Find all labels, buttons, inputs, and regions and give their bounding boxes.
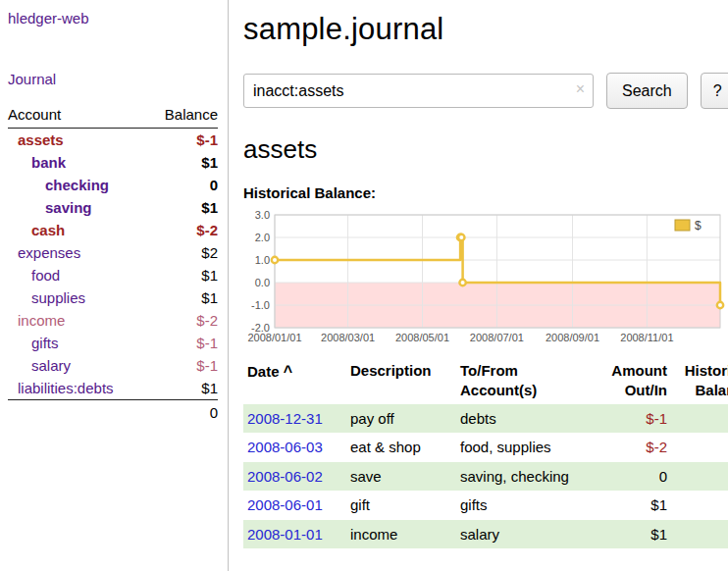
- search-field-wrap: ×: [243, 74, 594, 108]
- svg-text:1.0: 1.0: [255, 254, 270, 266]
- account-link-expenses[interactable]: expenses: [18, 244, 80, 261]
- register-description: save: [346, 462, 456, 492]
- register-date-link[interactable]: 2008-06-01: [247, 496, 323, 513]
- svg-text:0.0: 0.0: [255, 277, 270, 288]
- accounts-header-row: Account Balance: [8, 104, 218, 129]
- register-accounts: food, supplies: [456, 433, 580, 462]
- account-row: gifts$-1: [8, 332, 218, 354]
- account-link-gifts[interactable]: gifts: [31, 335, 59, 351]
- register-balance: 0: [671, 433, 728, 462]
- account-link-saving[interactable]: saving: [45, 199, 92, 216]
- register-header-row: Date ^ Description To/From Account(s) Am…: [243, 358, 728, 404]
- register-row: 2008-12-31pay offdebts$-1$-1: [243, 404, 728, 434]
- account-balance: $1: [147, 264, 218, 286]
- register-date-link[interactable]: 2008-06-02: [247, 468, 323, 485]
- register-balance: $2: [671, 462, 728, 492]
- svg-text:2008/09/01: 2008/09/01: [546, 332, 599, 343]
- register-amount: 0: [580, 462, 671, 492]
- account-link-cash[interactable]: cash: [31, 222, 65, 238]
- register-row: 2008-06-01giftgifts$1$2: [243, 491, 728, 520]
- account-heading: assets: [243, 134, 722, 165]
- register-amount: $1: [580, 520, 671, 549]
- svg-text:3.0: 3.0: [255, 209, 270, 221]
- account-balance: 0: [147, 174, 218, 196]
- sidebar: hledger-web Journal Account Balance asse…: [0, 0, 229, 571]
- main-content: sample.journal × Search ? assets Histori…: [230, 0, 728, 548]
- register-table: Date ^ Description To/From Account(s) Am…: [243, 358, 728, 548]
- register-header-date-label: Date: [247, 363, 280, 380]
- svg-text:2008/01/01: 2008/01/01: [247, 332, 301, 343]
- sort-asc-icon: ^: [284, 363, 292, 380]
- app-window: hledger-web Journal Account Balance asse…: [0, 0, 728, 571]
- account-balance: $1: [147, 377, 218, 400]
- register-header-amount: Amount Out/In: [580, 358, 671, 404]
- register-accounts: salary: [456, 520, 580, 549]
- svg-text:2008/05/01: 2008/05/01: [395, 332, 449, 343]
- chart-title: Historical Balance:: [243, 184, 722, 201]
- account-balance: $-1: [147, 332, 218, 354]
- register-date-link[interactable]: 2008-06-03: [247, 439, 323, 455]
- register-balance: $-1: [671, 404, 728, 434]
- account-balance: $2: [147, 241, 218, 264]
- svg-text:2008/11/01: 2008/11/01: [620, 332, 673, 343]
- account-link-salary[interactable]: salary: [31, 357, 71, 374]
- app-title-link[interactable]: hledger-web: [8, 10, 89, 26]
- register-header-date[interactable]: Date ^: [243, 358, 346, 404]
- account-link-bank[interactable]: bank: [31, 154, 66, 171]
- register-balance: $1: [671, 520, 728, 549]
- register-amount: $1: [580, 491, 671, 520]
- account-row: expenses$2: [8, 241, 218, 264]
- register-date-link[interactable]: 2008-01-01: [247, 526, 323, 543]
- svg-text:-1.0: -1.0: [251, 299, 270, 311]
- search-input[interactable]: [243, 74, 594, 108]
- account-balance: $-1: [147, 129, 218, 152]
- nav-journal-link[interactable]: Journal: [8, 71, 56, 87]
- register-row: 2008-06-02savesaving, checking0$2: [243, 462, 728, 492]
- register-date-link[interactable]: 2008-12-31: [247, 410, 323, 427]
- account-balance: $1: [147, 151, 218, 174]
- account-row: assets$-1: [8, 129, 218, 152]
- search-bar: × Search ?: [243, 73, 722, 109]
- account-link-food[interactable]: food: [31, 267, 60, 284]
- sidebar-nav: Journal: [8, 71, 218, 88]
- accounts-header-account: Account: [8, 104, 147, 129]
- register-header-accounts: To/From Account(s): [456, 358, 580, 404]
- register-row: 2008-01-01incomesalary$1$1: [243, 520, 728, 549]
- help-button[interactable]: ?: [701, 73, 728, 109]
- register-header-description: Description: [346, 358, 456, 404]
- accounts-total-value: 0: [147, 400, 218, 426]
- account-row: liabilities:debts$1: [8, 377, 218, 400]
- account-balance: $1: [147, 286, 218, 309]
- accounts-table: Account Balance assets$-1bank$1checking0…: [8, 104, 218, 425]
- accounts-total-spacer: [8, 400, 147, 426]
- account-link-supplies[interactable]: supplies: [31, 289, 85, 306]
- account-link-checking[interactable]: checking: [45, 177, 109, 193]
- account-link-liabilities:debts[interactable]: liabilities:debts: [18, 380, 114, 396]
- account-link-assets[interactable]: assets: [18, 131, 64, 148]
- register-description: gift: [346, 491, 456, 520]
- register-amount: $-1: [580, 404, 671, 434]
- account-row: saving$1: [8, 196, 218, 219]
- accounts-total-row: 0: [8, 400, 218, 426]
- clear-search-icon[interactable]: ×: [576, 81, 585, 97]
- register-description: income: [346, 520, 456, 549]
- register-description: eat & shop: [346, 433, 456, 462]
- register-amount: $-2: [580, 433, 671, 462]
- account-balance: $-2: [147, 219, 218, 241]
- account-link-income[interactable]: income: [18, 312, 65, 329]
- account-row: supplies$1: [8, 286, 218, 309]
- search-button[interactable]: Search: [606, 73, 688, 109]
- register-accounts: saving, checking: [456, 462, 580, 492]
- accounts-header-balance: Balance: [147, 104, 218, 129]
- register-accounts: gifts: [456, 491, 580, 520]
- account-row: cash$-2: [8, 219, 218, 241]
- historical-balance-chart: 3.02.01.00.0-1.0-2.02008/01/012008/03/01…: [243, 209, 723, 346]
- register-description: pay off: [346, 404, 456, 434]
- register-row: 2008-06-03eat & shopfood, supplies$-20: [243, 433, 728, 462]
- account-balance: $-1: [147, 354, 218, 377]
- account-row: checking0: [8, 174, 218, 196]
- register-header-balance: Historical Balance: [671, 358, 728, 404]
- svg-text:2008/03/01: 2008/03/01: [321, 332, 375, 343]
- register-accounts: debts: [456, 404, 580, 434]
- account-balance: $-2: [147, 309, 218, 332]
